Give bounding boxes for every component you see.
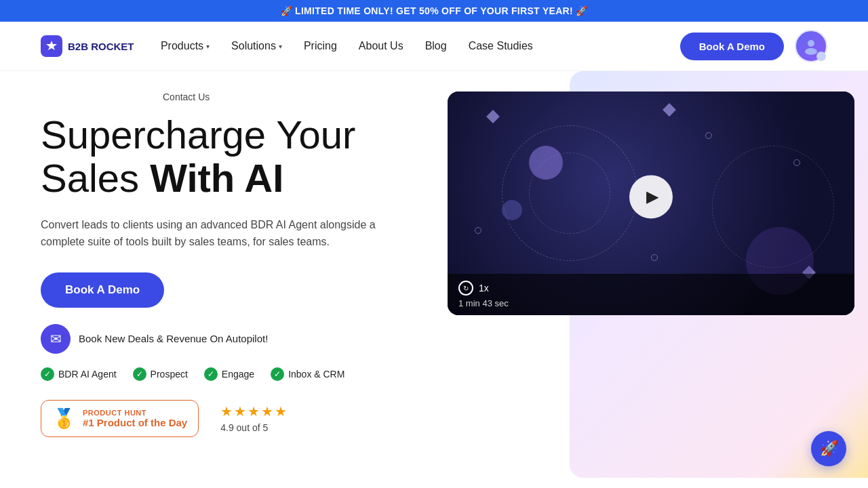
check-icon: ✓ xyxy=(41,367,54,381)
email-icon: ✉ xyxy=(41,324,71,354)
circle-sm-shape xyxy=(705,132,712,139)
video-panel: ↻ 1x 1 min 43 sec xyxy=(420,85,854,478)
medal-icon: 🥇 xyxy=(52,407,76,430)
product-hunt-badge: 🥇 PRODUCT HUNT #1 Product of the Day xyxy=(41,400,199,437)
chevron-down-icon: ▾ xyxy=(206,43,210,50)
star-icon: ★ xyxy=(261,403,273,420)
star-icon: ★ xyxy=(220,403,233,420)
rocket-icon: 🚀 xyxy=(820,440,838,458)
check-icon: ✓ xyxy=(271,367,284,381)
navbar: B2B ROCKET Products ▾ Solutions ▾ Pricin… xyxy=(0,22,868,71)
nav-link-solutions[interactable]: Solutions ▾ xyxy=(231,40,282,52)
rating-block: ★ ★ ★ ★ ★ 4.9 out of 5 xyxy=(220,403,287,433)
hero-description: Convert leads to clients using an advanc… xyxy=(41,216,380,251)
hero-title: Supercharge Your Sales With AI xyxy=(41,113,420,200)
diamond-shape xyxy=(663,103,676,117)
speed-icon[interactable]: ↻ xyxy=(458,281,473,296)
ph-label: PRODUCT HUNT xyxy=(83,409,187,417)
svg-point-0 xyxy=(808,40,814,47)
video-container[interactable]: ↻ 1x 1 min 43 sec xyxy=(448,92,854,315)
navbar-book-demo-button[interactable]: Book A Demo xyxy=(680,33,784,60)
star-icon: ★ xyxy=(234,403,246,420)
features-row: ✓ BDR AI Agent ✓ Prospect ✓ Engage ✓ Inb… xyxy=(41,367,420,381)
feature-inbox-crm: ✓ Inbox & CRM xyxy=(271,367,344,381)
video-duration: 1 min 43 sec xyxy=(458,298,844,308)
rating-text: 4.9 out of 5 xyxy=(220,422,287,433)
main-content: Contact Us Supercharge Your Sales With A… xyxy=(0,71,868,478)
nav-link-pricing[interactable]: Pricing xyxy=(304,40,337,52)
hero-title-part1: Supercharge Your xyxy=(41,113,355,157)
star-icons: ★ ★ ★ ★ ★ xyxy=(220,403,287,420)
contact-us-link[interactable]: Contact Us xyxy=(163,92,420,102)
autopilot-text: Book New Deals & Revenue On Autopilot! xyxy=(79,333,268,344)
logo[interactable]: B2B ROCKET xyxy=(41,35,134,57)
feature-prospect: ✓ Prospect xyxy=(133,367,188,381)
nav-links: Products ▾ Solutions ▾ Pricing About Us … xyxy=(161,40,533,52)
avatar xyxy=(795,30,827,62)
nav-item-products[interactable]: Products ▾ xyxy=(161,40,210,52)
logo-label: B2B ROCKET xyxy=(68,41,134,52)
autopilot-row: ✉ Book New Deals & Revenue On Autopilot! xyxy=(41,324,420,354)
svg-point-1 xyxy=(805,48,817,55)
circle-sm-shape xyxy=(651,254,658,261)
nav-item-about[interactable]: About Us xyxy=(359,40,403,52)
nav-item-pricing[interactable]: Pricing xyxy=(304,40,337,52)
circle-sm-shape xyxy=(475,227,481,234)
badges-row: 🥇 PRODUCT HUNT #1 Product of the Day ★ ★… xyxy=(41,400,420,437)
check-icon: ✓ xyxy=(133,367,146,381)
promo-banner: 🚀 LIMITED TIME ONLY! GET 50% OFF OF YOUR… xyxy=(0,0,868,22)
star-icon: ★ xyxy=(275,403,287,420)
nav-item-case-studies[interactable]: Case Studies xyxy=(469,40,533,52)
hero-title-part2: Sales With AI xyxy=(41,156,283,200)
feature-engage: ✓ Engage xyxy=(204,367,254,381)
contact-link[interactable]: Contact Us xyxy=(163,92,210,102)
nav-item-solutions[interactable]: Solutions ▾ xyxy=(231,40,282,52)
chevron-down-icon: ▾ xyxy=(279,43,282,50)
nav-link-blog[interactable]: Blog xyxy=(425,40,447,52)
feature-bdr-ai-agent: ✓ BDR AI Agent xyxy=(41,367,117,381)
nav-link-about[interactable]: About Us xyxy=(359,40,403,52)
logo-icon xyxy=(41,35,62,57)
hero-left: Contact Us Supercharge Your Sales With A… xyxy=(41,85,420,478)
nav-link-products[interactable]: Products ▾ xyxy=(161,40,210,52)
ph-text: PRODUCT HUNT #1 Product of the Day xyxy=(83,409,187,428)
banner-text: 🚀 LIMITED TIME ONLY! GET 50% OFF OF YOUR… xyxy=(281,5,588,16)
nav-link-case-studies[interactable]: Case Studies xyxy=(469,40,533,52)
nav-item-blog[interactable]: Blog xyxy=(425,40,447,52)
video-play-button[interactable] xyxy=(629,175,673,218)
video-controls-top: ↻ 1x xyxy=(458,281,844,296)
floating-rocket-button[interactable]: 🚀 xyxy=(811,431,846,466)
star-icon: ★ xyxy=(248,403,260,420)
diamond-shape xyxy=(486,110,500,123)
ph-title: #1 Product of the Day xyxy=(83,417,187,428)
hero-cta-button[interactable]: Book A Demo xyxy=(41,272,164,308)
speed-label: 1x xyxy=(479,283,489,293)
video-controls: ↻ 1x 1 min 43 sec xyxy=(448,274,854,315)
check-icon: ✓ xyxy=(204,367,218,381)
